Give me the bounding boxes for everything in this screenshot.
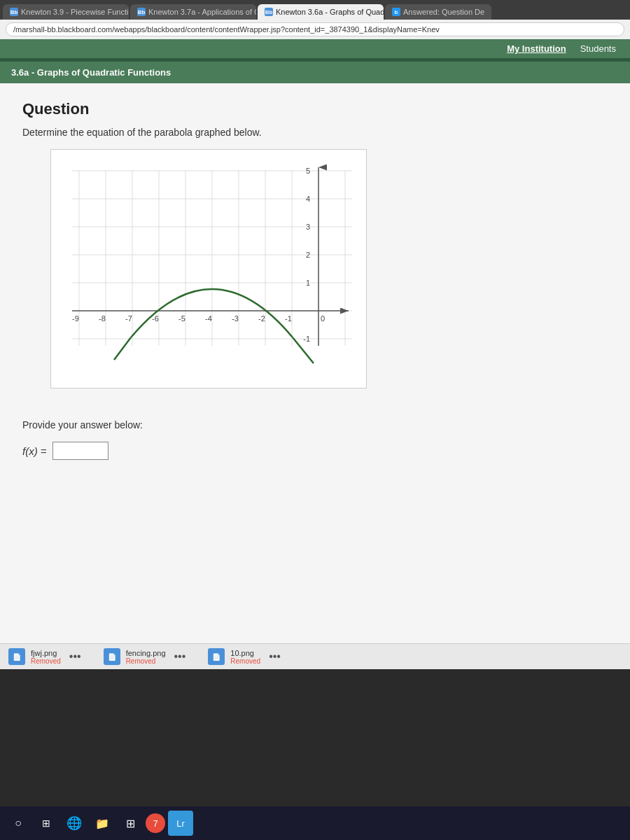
download-name-2: fencing.png — [126, 649, 166, 657]
browser-chrome: Bb Knewton 3.9 - Piecewise Functio ✕ Bb … — [0, 0, 630, 39]
tab-label-4: Answered: Question De — [403, 8, 484, 16]
tab-label-2: Knewton 3.7a - Applications of C — [148, 8, 256, 16]
download-bar: 📄 fjwj.png Removed ••• 📄 fencing.png Rem… — [0, 643, 630, 669]
parabola-graph: -9 -8 -7 -6 -5 -4 -3 -2 -1 0 -1 1 2 3 4 … — [58, 157, 359, 381]
function-label: f(x) = — [22, 445, 47, 457]
tab-knewton-39[interactable]: Bb Knewton 3.9 - Piecewise Functio ✕ — [3, 4, 129, 20]
taskbar-apps[interactable]: ⊞ — [118, 811, 143, 836]
section-title: 3.6a - Graphs of Quadratic Functions — [11, 67, 171, 78]
function-input-row: f(x) = — [22, 442, 608, 460]
svg-text:-4: -4 — [205, 314, 212, 323]
download-name-1: fjwj.png — [31, 649, 61, 657]
svg-text:4: 4 — [306, 195, 310, 203]
taskbar-edge[interactable]: 🌐 — [62, 811, 87, 836]
taskbar-search[interactable]: ⊞ — [34, 811, 59, 836]
tab-label-3: Knewton 3.6a - Graphs of Quadr — [276, 8, 384, 16]
address-bar[interactable]: /marshall-bb.blackboard.com/webapps/blac… — [6, 22, 624, 36]
nav-bar: My Institution Students — [0, 39, 630, 58]
download-icon-3: 📄 — [208, 648, 225, 665]
svg-text:-1: -1 — [303, 335, 310, 343]
download-icon-2: 📄 — [104, 648, 120, 665]
download-status-1: Removed — [31, 657, 61, 665]
tab-favicon-1: Bb — [10, 8, 18, 16]
tab-favicon-3: Bb — [265, 8, 273, 16]
tab-knewton-37a[interactable]: Bb Knewton 3.7a - Applications of C ✕ — [130, 4, 256, 20]
download-item-1: 📄 fjwj.png Removed ••• — [8, 648, 81, 665]
download-text-3: 10.png Removed — [230, 649, 260, 665]
download-text-1: fjwj.png Removed — [31, 649, 61, 665]
graph-container: -9 -8 -7 -6 -5 -4 -3 -2 -1 0 -1 1 2 3 4 … — [50, 149, 367, 388]
taskbar: ○ ⊞ 🌐 📁 ⊞ 7 Lr — [0, 806, 630, 840]
provide-answer-label: Provide your answer below: — [22, 419, 608, 430]
svg-text:3: 3 — [306, 223, 310, 231]
nav-my-institution[interactable]: My Institution — [507, 43, 566, 54]
download-name-3: 10.png — [230, 649, 260, 657]
svg-text:-5: -5 — [178, 314, 186, 323]
download-more-3[interactable]: ••• — [269, 650, 281, 663]
tab-favicon-4: b — [392, 8, 400, 16]
content-area: Question Determine the equation of the p… — [0, 83, 630, 643]
tab-knewton-36a[interactable]: Bb Knewton 3.6a - Graphs of Quadr ✕ — [258, 4, 384, 20]
svg-text:1: 1 — [306, 279, 310, 287]
taskbar-folder[interactable]: 📁 — [90, 811, 115, 836]
download-more-1[interactable]: ••• — [69, 650, 81, 663]
download-item-3: 📄 10.png Removed ••• — [208, 648, 281, 665]
download-item-2: 📄 fencing.png Removed ••• — [104, 648, 186, 665]
svg-text:2: 2 — [306, 251, 310, 259]
question-title: Question — [22, 100, 608, 118]
svg-text:-2: -2 — [258, 314, 265, 323]
svg-text:-3: -3 — [232, 314, 239, 323]
taskbar-notification-7[interactable]: 7 — [146, 813, 165, 833]
download-text-2: fencing.png Removed — [126, 649, 166, 665]
svg-text:0: 0 — [321, 314, 325, 323]
nav-students[interactable]: Students — [580, 43, 616, 54]
svg-text:-9: -9 — [72, 314, 79, 323]
taskbar-start[interactable]: ○ — [6, 811, 31, 836]
download-icon-1: 📄 — [8, 648, 25, 665]
tab-label-1: Knewton 3.9 - Piecewise Functio — [21, 8, 129, 16]
tab-answered[interactable]: b Answered: Question De — [385, 4, 491, 20]
svg-text:5: 5 — [306, 167, 310, 175]
section-header: 3.6a - Graphs of Quadratic Functions — [0, 60, 630, 83]
address-bar-row: /marshall-bb.blackboard.com/webapps/blac… — [0, 20, 630, 39]
svg-text:-8: -8 — [99, 314, 106, 323]
tab-bar: Bb Knewton 3.9 - Piecewise Functio ✕ Bb … — [0, 4, 630, 20]
download-more-2[interactable]: ••• — [174, 650, 186, 663]
download-status-3: Removed — [230, 657, 260, 665]
question-text: Determine the equation of the parabola g… — [22, 127, 608, 138]
function-answer-input[interactable] — [52, 442, 108, 460]
svg-text:-7: -7 — [125, 314, 132, 323]
svg-text:-1: -1 — [285, 314, 292, 323]
download-status-2: Removed — [126, 657, 166, 665]
taskbar-lr[interactable]: Lr — [168, 811, 193, 836]
tab-favicon-2: Bb — [137, 8, 146, 16]
answer-section: Provide your answer below: f(x) = — [22, 419, 608, 460]
